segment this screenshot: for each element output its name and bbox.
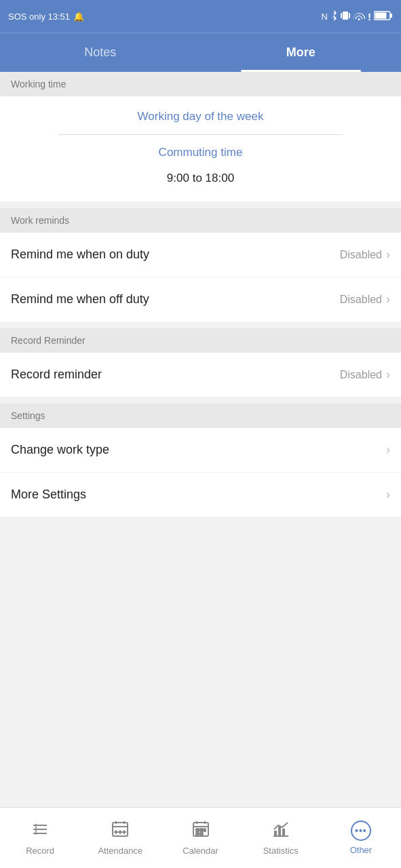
nfc-icon: N [322, 12, 328, 22]
svg-rect-2 [349, 13, 350, 18]
attendance-icon [111, 820, 130, 842]
statistics-icon [271, 820, 290, 842]
nav-statistics-label: Statistics [263, 846, 299, 856]
bluetooth-icon [330, 10, 338, 23]
battery-icon [374, 11, 393, 22]
svg-rect-5 [390, 14, 392, 18]
top-nav: Notes More [0, 33, 401, 72]
record-reminder-header: Record Reminder [0, 328, 401, 353]
svg-rect-25 [196, 833, 199, 835]
record-reminder-section: Record reminder Disabled › [0, 353, 401, 397]
empty-space [0, 517, 401, 652]
svg-rect-4 [375, 12, 387, 18]
more-settings-row[interactable]: More Settings › [0, 473, 401, 517]
more-settings-label: More Settings [11, 488, 86, 502]
change-work-type-label: Change work type [11, 443, 109, 457]
record-reminder-label: Record reminder [11, 368, 102, 382]
remind-off-duty-row[interactable]: Remind me when off duty Disabled › [0, 277, 401, 321]
record-reminder-value: Disabled [340, 369, 382, 381]
wifi-icon [353, 11, 365, 22]
chevron-icon: › [386, 292, 390, 307]
vibrate-icon [341, 10, 350, 23]
svg-rect-28 [278, 827, 281, 836]
gap-2 [0, 321, 401, 328]
settings-section: Change work type › More Settings › [0, 428, 401, 517]
remind-on-duty-row[interactable]: Remind me when on duty Disabled › [0, 233, 401, 277]
status-bar: SOS only 13:51 🔔 N ! [0, 0, 401, 33]
svg-rect-0 [343, 12, 348, 20]
working-time-header: Working time [0, 72, 401, 96]
remind-on-duty-right: Disabled › [340, 248, 390, 262]
nav-statistics[interactable]: Statistics [241, 808, 321, 868]
record-icon [31, 820, 50, 842]
calendar-icon [191, 820, 210, 842]
tab-more[interactable]: More [201, 33, 402, 72]
sos-label: SOS only 13:51 [8, 12, 70, 22]
nav-calendar-label: Calendar [183, 846, 218, 856]
remind-on-duty-value: Disabled [340, 249, 382, 261]
nav-record-label: Record [26, 846, 54, 856]
status-right: N ! [322, 10, 393, 23]
chevron-icon: › [386, 443, 390, 457]
bell-icon: 🔔 [73, 12, 84, 22]
other-circle-icon: ••• [351, 821, 371, 841]
commuting-time-label: Commuting time [159, 146, 243, 159]
record-reminder-right: Disabled › [340, 368, 390, 382]
more-settings-right: › [386, 488, 390, 502]
working-day-link[interactable]: Working day of the week [138, 110, 264, 123]
nav-other-label: Other [350, 845, 373, 855]
change-work-type-row[interactable]: Change work type › [0, 428, 401, 473]
nav-other[interactable]: ••• Other [321, 808, 401, 868]
svg-rect-27 [274, 831, 277, 836]
svg-rect-22 [196, 829, 199, 831]
gap-1 [0, 201, 401, 208]
working-time-section: Working day of the week Commuting time 9… [0, 96, 401, 201]
nav-record[interactable]: Record [0, 808, 80, 868]
status-left: SOS only 13:51 🔔 [8, 12, 84, 22]
nav-attendance[interactable]: Attendance [80, 808, 160, 868]
work-reminds-header: Work reminds [0, 208, 401, 233]
work-reminds-section: Remind me when on duty Disabled › Remind… [0, 233, 401, 321]
svg-rect-23 [200, 829, 203, 831]
divider [58, 134, 343, 135]
other-icon: ••• [351, 821, 371, 841]
record-reminder-row[interactable]: Record reminder Disabled › [0, 353, 401, 397]
chevron-icon: › [386, 248, 390, 262]
svg-rect-26 [200, 833, 203, 835]
remind-on-duty-label: Remind me when on duty [11, 248, 149, 262]
gap-3 [0, 397, 401, 403]
chevron-icon: › [386, 488, 390, 502]
settings-header: Settings [0, 403, 401, 428]
remind-off-duty-value: Disabled [340, 294, 382, 306]
bottom-nav: Record Attendance [0, 807, 401, 868]
chevron-icon: › [386, 368, 390, 382]
commuting-time-value: 9:00 to 18:00 [167, 172, 234, 185]
remind-off-duty-right: Disabled › [340, 292, 390, 307]
nav-calendar[interactable]: Calendar [160, 808, 240, 868]
alert-icon: ! [368, 11, 371, 22]
svg-rect-29 [282, 829, 285, 836]
svg-rect-1 [341, 13, 342, 18]
change-work-type-right: › [386, 443, 390, 457]
nav-attendance-label: Attendance [98, 846, 142, 856]
main-content: Working time Working day of the week Com… [0, 72, 401, 807]
tab-notes[interactable]: Notes [0, 33, 201, 72]
svg-rect-24 [204, 829, 206, 831]
remind-off-duty-label: Remind me when off duty [11, 292, 149, 307]
